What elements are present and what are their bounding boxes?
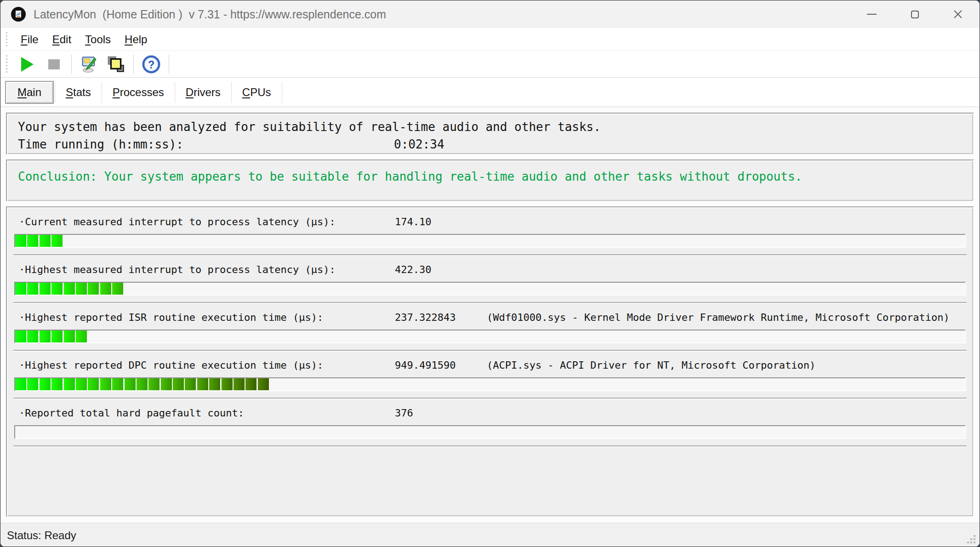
latency-bar-segment — [40, 378, 51, 390]
metric-row: ·Highest measured interrupt to process l… — [11, 256, 969, 304]
tab-separator — [231, 82, 232, 103]
latency-bar-segment — [137, 378, 148, 390]
conclusion-text: Conclusion: Your system appears to be su… — [18, 168, 973, 185]
latency-bar-segment — [185, 378, 196, 390]
toolbar: ? — [0, 51, 980, 78]
window-controls — [850, 0, 980, 28]
metric-value: 174.10 — [395, 215, 474, 229]
latency-bar-segment — [112, 378, 123, 390]
toolbar-separator — [71, 55, 72, 74]
help-button[interactable]: ? — [138, 54, 165, 75]
tab-processes[interactable]: Processes — [103, 82, 174, 103]
tab-separator — [102, 82, 102, 103]
latency-bar-segment — [51, 283, 63, 295]
latency-bar-segment — [112, 283, 123, 295]
latency-bar-track — [14, 234, 966, 248]
statusbar: Status: Ready — [0, 523, 980, 547]
maximize-button[interactable] — [893, 0, 936, 28]
menu-item-tools[interactable]: Tools — [78, 31, 118, 48]
metric-row: ·Highest reported ISR routine execution … — [11, 304, 969, 352]
latency-bar-segment — [234, 378, 245, 390]
latency-bar-segment — [51, 330, 63, 342]
latency-bar-segment — [40, 283, 51, 295]
latency-bar-segment — [27, 330, 38, 342]
latency-bar-segment — [76, 283, 87, 295]
menu-item-help[interactable]: Help — [118, 31, 154, 48]
latency-bar-segment — [148, 378, 160, 390]
metric-label: ·Highest reported ISR routine execution … — [19, 310, 395, 325]
latency-bar-segment — [40, 235, 51, 247]
metric-label: ·Highest reported DPC routine execution … — [19, 358, 395, 373]
menubar-items: FileEditToolsHelp — [14, 31, 154, 48]
copy-pages-icon — [107, 55, 125, 74]
monitor-analyze-icon — [80, 55, 98, 74]
help-icon: ? — [142, 55, 160, 74]
svg-text:?: ? — [148, 58, 154, 70]
analyze-system-button[interactable] — [76, 54, 103, 75]
close-button[interactable] — [936, 0, 980, 28]
tabbar: MainStatsProcessesDriversCPUs — [0, 78, 980, 107]
app-icon — [11, 6, 26, 22]
copy-report-button[interactable] — [103, 54, 129, 75]
time-running-value: 0:02:34 — [394, 136, 444, 153]
metric-row: ·Highest reported DPC routine execution … — [11, 352, 969, 399]
resize-grip[interactable] — [967, 535, 976, 544]
tab-separator — [282, 82, 282, 103]
stop-icon — [48, 59, 60, 69]
metric-row: ·Reported total hard pagefault count:376 — [11, 399, 969, 447]
latencymon-window: LatencyMon (Home Edition ) v 7.31 - http… — [0, 0, 980, 547]
metric-value: 949.491590 — [395, 358, 474, 373]
status-text: Status: Ready — [7, 529, 76, 542]
latency-bar-segment — [51, 235, 63, 247]
close-icon — [952, 9, 963, 20]
tab-cpus[interactable]: CPUs — [233, 82, 281, 103]
latency-bar-segment — [258, 378, 269, 390]
latency-bar-segment — [222, 378, 233, 390]
menubar-gripper[interactable] — [6, 32, 7, 47]
latency-bar-segment — [15, 330, 26, 342]
conclusion-panel: Conclusion: Your system appears to be su… — [6, 160, 974, 202]
latency-bar-segment — [64, 378, 75, 390]
tab-main[interactable]: Main — [5, 81, 54, 104]
latency-bar-segment — [27, 378, 38, 390]
latency-bar-segment — [64, 330, 75, 342]
latency-bar-segment — [40, 330, 51, 342]
metric-label: ·Current measured interrupt to process l… — [19, 215, 395, 229]
minimize-icon — [867, 14, 877, 15]
latency-bar-segment — [76, 330, 87, 342]
metric-value: 237.322843 — [395, 310, 474, 325]
main-tab-page: Your system has been analyzed for suitab… — [0, 107, 980, 523]
metric-row: ·Current measured interrupt to process l… — [11, 208, 969, 256]
latency-bar-segment — [15, 235, 26, 247]
tab-drivers[interactable]: Drivers — [176, 82, 230, 103]
metric-driver-note: (Wdf01000.sys - Kernel Mode Driver Frame… — [487, 310, 950, 325]
tab-separator — [175, 82, 175, 103]
latency-bar-segment — [15, 283, 26, 295]
latency-bar-track — [14, 282, 966, 296]
latency-bar-segment — [209, 378, 220, 390]
play-icon — [21, 57, 34, 72]
minimize-button[interactable] — [850, 0, 893, 28]
toolbar-separator — [133, 55, 134, 74]
start-monitor-button[interactable] — [14, 54, 40, 75]
latency-bar-segment — [161, 378, 172, 390]
latency-bar-segment — [27, 283, 38, 295]
menu-item-edit[interactable]: Edit — [46, 31, 78, 48]
analysis-panel: Your system has been analyzed for suitab… — [6, 113, 974, 155]
latency-bar-segment — [125, 378, 136, 390]
toolbar-gripper[interactable] — [6, 55, 7, 74]
menubar: FileEditToolsHelp — [0, 28, 980, 51]
menu-item-file[interactable]: File — [14, 31, 46, 48]
latency-bar-segment — [51, 378, 63, 390]
latency-bar-segment — [245, 378, 256, 390]
stop-monitor-button[interactable] — [40, 54, 67, 75]
tab-stats[interactable]: Stats — [56, 82, 101, 103]
latency-bar-track — [14, 425, 966, 439]
latency-bar-segment — [27, 235, 38, 247]
metric-label: ·Highest measured interrupt to process l… — [19, 262, 395, 277]
metric-driver-note: (ACPI.sys - ACPI Driver for NT, Microsof… — [487, 358, 815, 373]
analysis-text: Your system has been analyzed for suitab… — [18, 118, 973, 136]
maximize-icon — [911, 11, 919, 18]
latency-bar-segment — [88, 378, 99, 390]
tab-separator — [55, 82, 55, 103]
